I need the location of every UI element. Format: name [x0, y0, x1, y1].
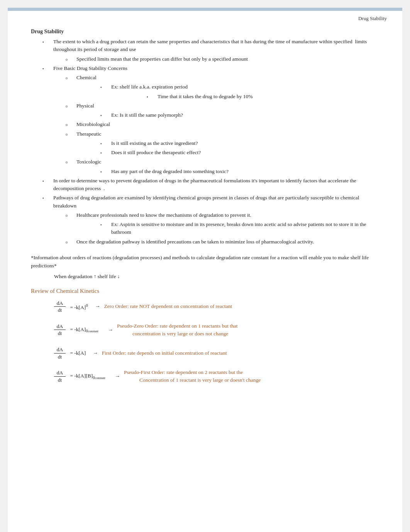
- sub-item-1-1: o Specified limits mean that the propert…: [66, 55, 379, 63]
- sub-2-1-children: ▪ Ex: shelf life a.k.a. expiration perio…: [66, 83, 379, 100]
- bullet-4: ▪ Pathways of drug degradation are exami…: [31, 194, 379, 246]
- sub-2-5-children: ▪ Has any part of the drug degraded into…: [66, 168, 379, 175]
- sub-icon-2-4-2: ▪: [100, 150, 111, 156]
- bullet-text-2: Five Basic Drug Stability Concerns: [53, 65, 127, 72]
- header-right: Drug Stability: [8, 11, 402, 25]
- eq-arrow-2: →: [105, 326, 113, 334]
- eq-row-2: dA dt = -k[A]0constant → Pseudo-Zero Ord…: [54, 322, 379, 338]
- eq-arrow-4: →: [112, 372, 120, 380]
- sub-icon-2-5-1: ▪: [100, 169, 111, 175]
- review-title: Review of Chemical Kinetics: [31, 288, 379, 294]
- eq-den-2: dt: [54, 330, 66, 337]
- note-block: *Information about orders of reactions (…: [31, 253, 379, 281]
- sub-icon-2-5: o: [66, 159, 76, 165]
- eq-fraction-2: dA dt: [54, 323, 66, 337]
- eq-desc-2-line2: concentration is very large or does not …: [117, 330, 238, 338]
- sub-1-1: o Specified limits mean that the propert…: [42, 55, 379, 63]
- note-text-2: When degradation ↑ shelf life ↓: [31, 272, 379, 281]
- eq-fraction-4: dA dt: [54, 369, 66, 383]
- eq-formula-2: = -k[A]0constant: [69, 326, 98, 335]
- eq-den-1: dt: [54, 306, 66, 314]
- note-text-1: *Information about orders of reactions (…: [31, 253, 379, 270]
- sub-text-2-1-1: Ex: shelf life a.k.a. expiration period: [111, 83, 188, 91]
- sub-text-4-2: Once the degradation pathway is identifi…: [76, 238, 314, 246]
- eq-row-4: dA dt = -k[A][B]0constant → Pseudo-First…: [54, 369, 379, 384]
- sub-icon-2-1-1-1: ▪: [147, 94, 158, 100]
- eq-num-1: dA: [57, 300, 63, 307]
- sub-2: o Chemical ▪ Ex: shelf life a.k.a. expir…: [42, 74, 379, 175]
- page: Drug Stability Drug Stability ▪ The exte…: [8, 8, 402, 532]
- eq-fraction-3: dA dt: [54, 346, 66, 360]
- eq-den-4: dt: [54, 376, 66, 384]
- sub-2-2-children: ▪ Ex: Is it still the same polymorph?: [66, 111, 379, 119]
- eq-arrow-1: →: [95, 303, 100, 310]
- sub-4: o Healthcare professionals need to know …: [42, 211, 379, 246]
- sub-text-2-5-1: Has any part of the drug degraded into s…: [111, 168, 229, 175]
- sub-text-2-1: Chemical: [76, 74, 97, 82]
- sub-text-2-5: Toxicologic: [76, 158, 101, 166]
- sub-item-2-1-1-1: ▪ Time that it takes the drug to degrade…: [147, 93, 379, 100]
- bullet-item-1: ▪ The extent to which a drug product can…: [42, 38, 379, 54]
- sub-item-2-1-1: ▪ Ex: shelf life a.k.a. expiration perio…: [100, 83, 379, 91]
- equations-area: dA dt = -k[A]0 → Zero Order: rate NOT de…: [31, 300, 379, 384]
- bullet-item-2: ▪ Five Basic Drug Stability Concerns: [42, 65, 379, 72]
- sub-item-2-4-1: ▪ Is it still existing as the active ing…: [100, 139, 379, 147]
- sub-icon-2-4-1: ▪: [100, 141, 111, 146]
- sub-item-2-5-1: ▪ Has any part of the drug degraded into…: [100, 168, 379, 175]
- sub-icon-2-1: o: [66, 75, 76, 81]
- eq-desc-4-line1: Pseudo-First Order: rate dependent on 2 …: [124, 369, 261, 376]
- bullet-item-3: ▪ In order to determine ways to prevent …: [42, 177, 379, 193]
- sub-icon-2-2: o: [66, 103, 76, 109]
- sub-text-2-4-2: Does it still produce the therapeutic ef…: [111, 149, 201, 156]
- eq-row-3: dA dt = -k[A] → First Order: rate depend…: [54, 346, 379, 360]
- sub-item-2-4: o Therapeutic: [66, 130, 379, 138]
- sub-2-1-1-children: ▪ Time that it takes the drug to degrade…: [100, 93, 379, 100]
- sub-text-2-3: Microbiological: [76, 121, 110, 128]
- eq-desc-1: Zero Order: rate NOT dependent on concen…: [104, 303, 232, 310]
- top-bar: [8, 8, 402, 11]
- sub-icon-1-1: o: [66, 56, 76, 62]
- sub-item-2-1: o Chemical: [66, 74, 379, 82]
- eq-num-4: dA: [57, 369, 63, 376]
- bullet-item-4: ▪ Pathways of drug degradation are exami…: [42, 194, 379, 210]
- sub-text-4-1: Healthcare professionals need to know th…: [76, 211, 251, 219]
- eq-formula-4: = -k[A][B]0constant: [69, 372, 105, 381]
- eq-num-2: dA: [57, 323, 63, 330]
- sub-item-2-2: o Physical: [66, 102, 379, 110]
- bullet-1: ▪ The extent to which a drug product can…: [31, 38, 379, 63]
- sub-icon-4-2: o: [66, 239, 76, 245]
- bullet-icon-4: ▪: [42, 195, 53, 201]
- header-label: Drug Stability: [358, 15, 387, 21]
- eq-formula-1: = -k[A]0: [69, 302, 88, 311]
- eq-num-3: dA: [57, 346, 63, 353]
- sub-icon-4-1: o: [66, 212, 76, 218]
- eq-formula-3: = -k[A]: [69, 349, 86, 357]
- bullet-text-3: In order to determine ways to prevent de…: [53, 177, 379, 193]
- eq-fraction-1: dA dt: [54, 300, 66, 314]
- sub-text-2-4-1: Is it still existing as the active ingre…: [111, 139, 198, 147]
- eq-desc-3: First Order: rate depends on initial con…: [102, 349, 227, 357]
- eq-desc-2: Pseudo-Zero Order: rate dependent on 1 r…: [117, 322, 238, 338]
- sub-item-4-1-1: ▪ Ex: Aspirin is sensitive to moisture a…: [100, 221, 379, 236]
- sub-text-4-1-1: Ex: Aspirin is sensitive to moisture and…: [111, 221, 379, 236]
- sub-item-2-2-1: ▪ Ex: Is it still the same polymorph?: [100, 111, 379, 119]
- sub-item-4-2: o Once the degradation pathway is identi…: [66, 238, 379, 246]
- eq-desc-4-line2: Concentration of 1 reactant is very larg…: [124, 376, 261, 384]
- bullet-icon-1: ▪: [42, 39, 53, 45]
- eq-row-1: dA dt = -k[A]0 → Zero Order: rate NOT de…: [54, 300, 379, 314]
- equation-3: dA dt = -k[A] → First Order: rate depend…: [54, 346, 379, 360]
- sub-2-4-children: ▪ Is it still existing as the active ing…: [66, 139, 379, 157]
- equation-4: dA dt = -k[A][B]0constant → Pseudo-First…: [54, 369, 379, 384]
- eq-den-3: dt: [54, 353, 66, 360]
- bullet-text-4: Pathways of drug degradation are examine…: [53, 194, 379, 210]
- sub-icon-2-2-1: ▪: [100, 112, 111, 118]
- sub-text-2-4: Therapeutic: [76, 130, 101, 138]
- sub-text-2-2-1: Ex: Is it still the same polymorph?: [111, 111, 183, 119]
- bullet-3: ▪ In order to determine ways to prevent …: [31, 177, 379, 193]
- sub-text-2-1-1-1: Time that it takes the drug to degrade b…: [158, 93, 253, 100]
- equation-2: dA dt = -k[A]0constant → Pseudo-Zero Ord…: [54, 322, 379, 338]
- sub-icon-2-1-1: ▪: [100, 84, 111, 90]
- sub-text-2-2: Physical: [76, 102, 94, 110]
- eq-desc-2-line1: Pseudo-Zero Order: rate dependent on 1 r…: [117, 322, 238, 330]
- bullet-icon-2: ▪: [42, 66, 53, 71]
